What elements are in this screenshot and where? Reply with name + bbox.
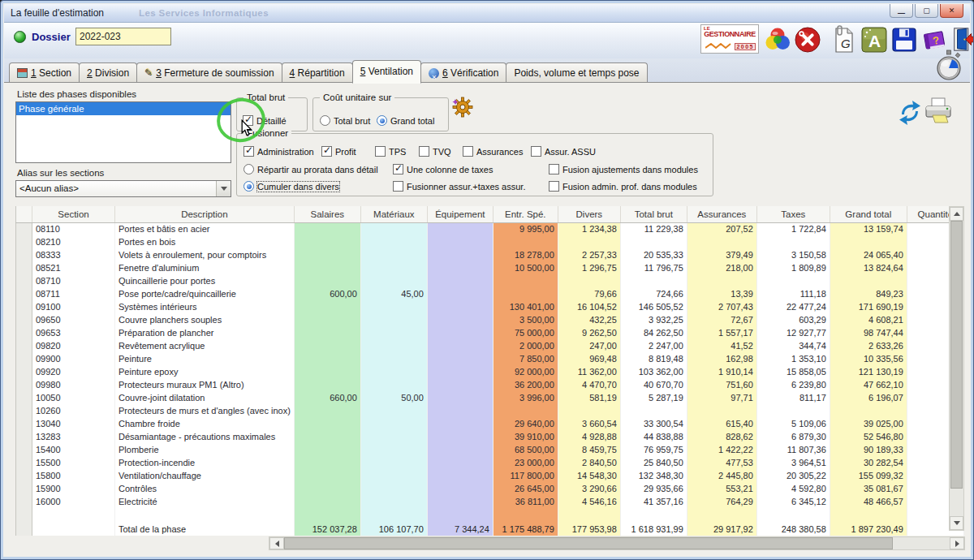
radio-total-brut[interactable]: Total brut	[320, 114, 370, 127]
cell[interactable]: 2 633,26	[830, 339, 907, 352]
cell[interactable]	[360, 313, 427, 326]
cell[interactable]: 50,00	[360, 391, 427, 404]
cell[interactable]	[360, 365, 427, 378]
row-selector[interactable]	[16, 508, 32, 523]
checkbox-profit[interactable]: Profit	[321, 145, 356, 157]
print-icon[interactable]	[923, 97, 954, 126]
cell[interactable]: 3 660,54	[558, 417, 620, 430]
cell[interactable]: Préparation de plancher	[115, 326, 295, 339]
cell[interactable]	[427, 339, 493, 352]
cell[interactable]: 3 150,58	[756, 248, 830, 261]
cell[interactable]: 09653	[32, 326, 115, 339]
cell[interactable]: 08521	[32, 261, 115, 274]
checkbox-box[interactable]	[549, 181, 559, 192]
cell[interactable]: 13 824,64	[830, 261, 907, 274]
cell[interactable]	[427, 235, 493, 248]
tab-fermeture[interactable]: ✎3 Fermeture de soumission	[136, 62, 282, 83]
cell[interactable]: 3 996,00	[493, 391, 558, 404]
cell[interactable]	[558, 274, 620, 287]
cell[interactable]: 751,60	[687, 378, 756, 391]
cell[interactable]: 969,48	[558, 352, 620, 365]
cell[interactable]: Portes et bâtis en acier	[115, 222, 295, 235]
cell[interactable]: 30 282,54	[830, 456, 907, 469]
checkbox-tps[interactable]: TPS	[375, 145, 406, 157]
cell[interactable]	[294, 482, 360, 495]
row-selector[interactable]	[16, 365, 32, 378]
cell[interactable]	[360, 222, 427, 235]
cell[interactable]	[294, 365, 360, 378]
cell[interactable]	[427, 430, 493, 443]
cell[interactable]	[294, 417, 360, 430]
cell[interactable]	[294, 352, 360, 365]
cell[interactable]: 98 747,44	[830, 326, 907, 339]
scroll-down-button[interactable]	[950, 516, 963, 530]
checkbox-box[interactable]	[531, 146, 541, 157]
cell[interactable]: Systèmes intérieurs	[115, 300, 295, 313]
cell[interactable]: Contrôles	[115, 482, 295, 495]
cell[interactable]: 09100	[32, 300, 115, 313]
cell[interactable]	[360, 235, 427, 248]
checkbox-box[interactable]	[321, 146, 332, 157]
row-selector[interactable]	[16, 287, 32, 300]
cell[interactable]: 79,66	[558, 287, 620, 300]
cell[interactable]: 3 964,51	[756, 456, 830, 469]
cell[interactable]: 16 104,52	[558, 300, 620, 313]
scroll-up-button[interactable]	[950, 207, 963, 221]
cell[interactable]	[427, 274, 493, 287]
stopwatch-icon[interactable]	[934, 50, 963, 82]
tab-poids[interactable]: Poids, volume et temps pose	[506, 62, 647, 83]
cell[interactable]: 92 000,00	[493, 365, 558, 378]
cell[interactable]	[493, 287, 558, 300]
row-selector[interactable]	[16, 430, 32, 443]
cell[interactable]: 11 362,00	[558, 365, 620, 378]
cell[interactable]: 36 200,00	[493, 378, 558, 391]
cell[interactable]: 6 239,80	[756, 378, 830, 391]
cell[interactable]	[427, 261, 493, 274]
row-selector[interactable]	[16, 495, 32, 508]
row-selector[interactable]	[16, 523, 32, 536]
cell[interactable]: 247,00	[558, 339, 620, 352]
row-selector[interactable]	[16, 261, 32, 274]
cell[interactable]: 724,66	[620, 287, 687, 300]
column-header[interactable]: Section	[32, 206, 115, 222]
cell[interactable]: 121 130,19	[830, 365, 907, 378]
horizontal-scroll-thumb[interactable]	[284, 537, 893, 549]
checkbox-box[interactable]	[549, 164, 559, 174]
row-selector[interactable]	[16, 469, 32, 482]
checkbox-assurances[interactable]: Assurances	[463, 145, 523, 157]
cell[interactable]: 811,17	[756, 391, 830, 404]
cell[interactable]: 764,29	[687, 495, 756, 508]
cell[interactable]	[294, 469, 360, 482]
cell[interactable]: 3 932,25	[620, 313, 687, 326]
cell[interactable]	[360, 378, 427, 391]
row-selector[interactable]	[16, 482, 32, 495]
row-selector[interactable]	[16, 404, 32, 417]
cell[interactable]: 48 466,57	[830, 495, 907, 508]
cell[interactable]	[687, 404, 756, 417]
cell[interactable]: 18 278,00	[493, 248, 558, 261]
cell[interactable]: 75 000,00	[493, 326, 558, 339]
cell[interactable]: 218,00	[687, 261, 756, 274]
cell[interactable]: Plomberie	[115, 443, 295, 456]
cell[interactable]	[360, 274, 427, 287]
cell[interactable]: Electricité	[115, 495, 295, 508]
alias-combobox[interactable]: <Aucun alias>	[15, 180, 231, 197]
cell[interactable]: 29 640,00	[493, 417, 558, 430]
radio-circle[interactable]	[320, 115, 330, 126]
cell[interactable]: 09650	[32, 313, 115, 326]
cell[interactable]: 9 262,50	[558, 326, 620, 339]
minimize-button[interactable]: —	[890, 4, 913, 18]
cell[interactable]: 2 840,50	[558, 456, 620, 469]
cell[interactable]: Revêtement acrylique	[115, 339, 295, 352]
cell[interactable]: 39 910,00	[493, 430, 558, 443]
row-selector[interactable]	[16, 443, 32, 456]
cell[interactable]	[830, 274, 907, 287]
cell[interactable]	[558, 404, 620, 417]
cell[interactable]: 155 099,32	[830, 469, 907, 482]
cell[interactable]	[294, 378, 360, 391]
radio-r-partir-au-prorata-dans-d-tail[interactable]: Répartir au prorata dans détail	[244, 163, 378, 175]
cell[interactable]: 6 345,12	[756, 495, 830, 508]
cell[interactable]: 35 081,67	[830, 482, 907, 495]
cell[interactable]: 16000	[32, 495, 115, 508]
cell[interactable]: 15800	[32, 469, 115, 482]
